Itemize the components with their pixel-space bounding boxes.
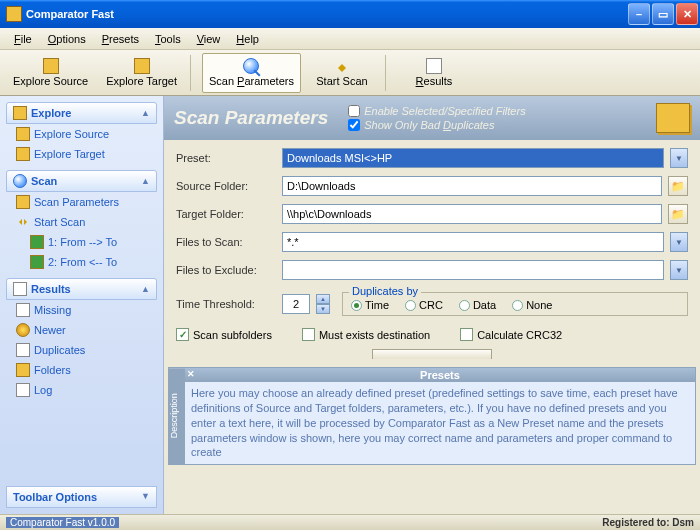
title-bar: Comparator Fast – ▭ ✕ (0, 0, 700, 28)
arrow-right-icon (30, 235, 44, 249)
explore-source-button[interactable]: Explore Source (6, 53, 95, 93)
sidebar-item-explore-target[interactable]: Explore Target (6, 144, 157, 164)
folder-icon (43, 58, 59, 74)
scan-parameters-button[interactable]: Scan Parameters (202, 53, 301, 93)
document-icon (13, 282, 27, 296)
toolbar: Explore Source Explore Target Scan Param… (0, 50, 700, 96)
arrows-icon (16, 215, 30, 229)
menu-file[interactable]: File (6, 31, 40, 47)
files-exclude-dropdown[interactable]: ▼ (670, 260, 688, 280)
duplicates-legend: Duplicates by (349, 285, 421, 297)
source-folder-input[interactable]: D:\Downloads (282, 176, 662, 196)
time-threshold-spinner[interactable]: ▲▼ (316, 294, 330, 314)
panel-title: Scan Parameters (174, 107, 328, 129)
menu-presets[interactable]: Presets (94, 31, 147, 47)
description-header: ✕Presets (185, 368, 695, 382)
chevron-up-icon: ▲ (141, 284, 150, 294)
calc-crc-checkbox[interactable]: Calculate CRC32 (460, 328, 562, 341)
status-version: Comparator Fast v1.0.0 (6, 517, 119, 528)
dup-none-radio[interactable]: None (512, 299, 552, 311)
toolbar-separator (385, 55, 391, 91)
sidebar-head-explore[interactable]: Explore▲ (6, 102, 157, 124)
time-threshold-input[interactable] (282, 294, 310, 314)
files-scan-dropdown[interactable]: ▼ (670, 232, 688, 252)
sidebar-item-duplicates[interactable]: Duplicates (6, 340, 157, 360)
files-excl-label: Files to Exclude: (176, 264, 276, 276)
sidebar-head-results[interactable]: Results▲ (6, 278, 157, 300)
sidebar-item-newer[interactable]: Newer (6, 320, 157, 340)
chevron-down-icon: ▼ (141, 491, 150, 503)
arrow-left-icon (30, 255, 44, 269)
show-bad-checkbox[interactable]: Show Only Bad Duplicates (348, 119, 525, 131)
preset-label: Preset: (176, 152, 276, 164)
description-body: Here you may choose an already defined p… (185, 382, 695, 464)
folder-icon (16, 147, 30, 161)
dup-time-radio[interactable]: Time (351, 299, 389, 311)
sidebar-item-missing[interactable]: Missing (6, 300, 157, 320)
magnifier-icon (243, 58, 259, 74)
start-scan-button[interactable]: Start Scan (305, 53, 379, 93)
toolbar-options-button[interactable]: Toolbar Options▼ (6, 486, 157, 508)
sidebar-item-log[interactable]: Log (6, 380, 157, 400)
target-label: Target Folder: (176, 208, 276, 220)
folders-icon (656, 103, 690, 133)
preset-combobox[interactable]: Downloads MSI<>HP (282, 148, 664, 168)
window-title: Comparator Fast (26, 8, 628, 20)
app-icon (6, 6, 22, 22)
target-folder-input[interactable]: \\hp\c\Downloads (282, 204, 662, 224)
sidebar-item-start-scan[interactable]: Start Scan (6, 212, 157, 232)
sidebar-head-scan[interactable]: Scan▲ (6, 170, 157, 192)
files-scan-label: Files to Scan: (176, 236, 276, 248)
files-scan-input[interactable]: *.* (282, 232, 664, 252)
status-bar: Comparator Fast v1.0.0 Registered to: Ds… (0, 514, 700, 530)
status-registered: Registered to: Dsm (602, 517, 694, 528)
files-exclude-input[interactable] (282, 260, 664, 280)
sidebar-item-scan-params[interactable]: Scan Parameters (6, 192, 157, 212)
folder-icon (13, 106, 27, 120)
menu-help[interactable]: Help (228, 31, 267, 47)
sidebar: Explore▲ Explore Source Explore Target S… (0, 96, 164, 514)
menu-options[interactable]: Options (40, 31, 94, 47)
scan-form: Preset: Downloads MSI<>HP ▼ Source Folde… (164, 140, 700, 367)
time-threshold-label: Time Threshold: (176, 298, 276, 310)
description-tab: Description (169, 368, 185, 464)
results-icon (426, 58, 442, 74)
clock-icon (16, 323, 30, 337)
sidebar-item-folders[interactable]: Folders (6, 360, 157, 380)
menu-view[interactable]: View (189, 31, 229, 47)
document-icon (16, 303, 30, 317)
panel-header: Scan Parameters Enable Selected/Specifie… (164, 96, 700, 140)
menu-bar: File Options Presets Tools View Help (0, 28, 700, 50)
preset-dropdown-button[interactable]: ▼ (670, 148, 688, 168)
maximize-button[interactable]: ▭ (652, 3, 674, 25)
chevron-up-icon: ▲ (141, 108, 150, 118)
dup-data-radio[interactable]: Data (459, 299, 496, 311)
scan-subfolders-checkbox[interactable]: ✓Scan subfolders (176, 328, 272, 341)
folder-icon (16, 363, 30, 377)
expand-dropdown[interactable] (372, 349, 492, 359)
minimize-button[interactable]: – (628, 3, 650, 25)
results-button[interactable]: Results (397, 53, 471, 93)
magnifier-icon (13, 174, 27, 188)
sidebar-item-from-to[interactable]: 1: From --> To (6, 232, 157, 252)
explore-target-button[interactable]: Explore Target (99, 53, 184, 93)
folder-icon (16, 195, 30, 209)
toolbar-separator (190, 55, 196, 91)
sidebar-item-explore-source[interactable]: Explore Source (6, 124, 157, 144)
sidebar-item-from-back[interactable]: 2: From <-- To (6, 252, 157, 272)
source-label: Source Folder: (176, 180, 276, 192)
target-browse-button[interactable]: 📁 (668, 204, 688, 224)
folder-icon (16, 127, 30, 141)
folder-icon (134, 58, 150, 74)
duplicates-by-group: Duplicates by Time CRC Data None (342, 292, 688, 316)
must-exist-checkbox[interactable]: Must exists destination (302, 328, 430, 341)
menu-tools[interactable]: Tools (147, 31, 189, 47)
close-button[interactable]: ✕ (676, 3, 698, 25)
source-browse-button[interactable]: 📁 (668, 176, 688, 196)
copies-icon (16, 343, 30, 357)
enable-filters-checkbox[interactable]: Enable Selected/Specified Filters (348, 105, 525, 117)
desc-close-icon[interactable]: ✕ (187, 369, 195, 379)
arrows-icon (334, 58, 350, 74)
description-panel: Description ✕Presets Here you may choose… (168, 367, 696, 465)
dup-crc-radio[interactable]: CRC (405, 299, 443, 311)
